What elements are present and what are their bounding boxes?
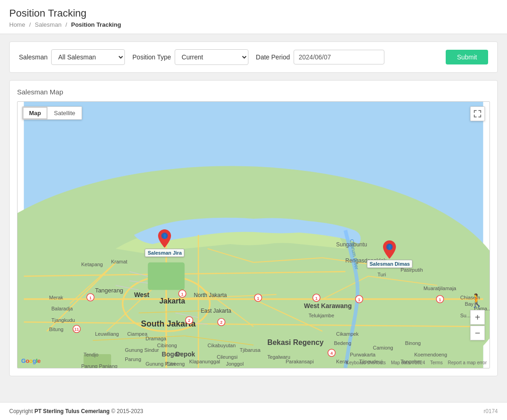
svg-text:11: 11 xyxy=(74,327,79,332)
footer-copyright: Copyright PT Sterling Tulus Cemerlang © … xyxy=(9,408,143,414)
svg-text:Klapanunggal: Klapanunggal xyxy=(189,359,220,364)
marker-jira-label: Salesman Jira xyxy=(145,249,184,257)
position-type-select[interactable]: Current History xyxy=(175,49,248,65)
svg-text:Tjibarusa: Tjibarusa xyxy=(240,347,261,353)
map-card: Salesman Map xyxy=(9,80,498,376)
marker-salesman-dimas[interactable]: 👤 Salesman Dimas xyxy=(367,240,413,268)
svg-text:Purwakarta: Purwakarta xyxy=(350,352,376,357)
submit-button[interactable]: Submit xyxy=(446,50,488,64)
svg-text:Dramaga: Dramaga xyxy=(146,336,167,341)
filter-card: Salesman All Salesman Position Type Curr… xyxy=(9,41,498,73)
svg-text:Ciampea: Ciampea xyxy=(127,331,148,337)
position-type-filter-group: Position Type Current History xyxy=(132,49,248,65)
breadcrumb-sep2: / xyxy=(65,21,67,28)
map-attribution: Keyboard shortcuts Map data ©2024 Terms … xyxy=(346,360,487,365)
svg-text:1: 1 xyxy=(439,298,441,302)
svg-text:Bedeng: Bedeng xyxy=(334,340,351,346)
zoom-controls: + − xyxy=(470,310,485,340)
svg-text:West Karawang: West Karawang xyxy=(304,302,352,309)
svg-text:4: 4 xyxy=(330,351,333,356)
fullscreen-button[interactable] xyxy=(470,106,485,121)
svg-text:Cikampek: Cikampek xyxy=(336,331,359,337)
svg-text:1: 1 xyxy=(181,292,183,297)
breadcrumb-sep1: / xyxy=(29,21,31,28)
svg-text:Cileungsi: Cileungsi xyxy=(217,354,237,360)
svg-text:Ciseeng: Ciseeng xyxy=(166,361,185,367)
page-title: Position Tracking xyxy=(9,7,498,19)
svg-text:👤: 👤 xyxy=(162,233,168,239)
date-period-filter-group: Date Period xyxy=(256,50,384,64)
svg-text:👤: 👤 xyxy=(387,245,393,250)
zoom-in-button[interactable]: + xyxy=(470,310,485,325)
svg-rect-22 xyxy=(148,262,185,290)
map-data-credit: Map data ©2024 xyxy=(391,360,425,365)
header-area: Position Tracking Home / Salesman / Posi… xyxy=(0,0,507,34)
marker-salesman-jira[interactable]: 👤 Salesman Jira xyxy=(145,229,184,257)
year-range: © 2015-2023 xyxy=(111,408,143,414)
svg-text:Leuwiliang: Leuwiliang xyxy=(95,331,119,337)
svg-text:Merak: Merak xyxy=(49,295,64,300)
svg-text:Gunung Sindur: Gunung Sindur xyxy=(125,347,159,353)
svg-text:Muaratjilamaja: Muaratjilamaja xyxy=(424,286,457,291)
google-logo: Google xyxy=(21,357,41,364)
svg-text:1: 1 xyxy=(315,296,318,301)
report-map-error-link[interactable]: Report a map error xyxy=(448,360,487,365)
svg-text:Parung: Parung xyxy=(125,356,141,362)
map-container: Ketapang Kramat Merak Balaradja Tjangkud… xyxy=(17,101,490,368)
svg-text:Koemendoeng: Koemendoeng xyxy=(414,352,447,357)
map-pin-dimas: 👤 xyxy=(383,240,396,259)
svg-text:Bekasi Regency: Bekasi Regency xyxy=(267,338,324,346)
svg-text:Telukjambe: Telukjambe xyxy=(309,313,334,318)
svg-text:Tendjo: Tendjo xyxy=(83,352,98,357)
salesman-label: Salesman xyxy=(19,53,47,61)
svg-text:Balaradja: Balaradja xyxy=(52,306,73,311)
svg-text:Bitung: Bitung xyxy=(49,327,64,332)
svg-text:Cibinong: Cibinong xyxy=(157,343,177,348)
svg-text:Jakarta: Jakarta xyxy=(159,297,185,305)
svg-text:2: 2 xyxy=(188,318,190,323)
fullscreen-icon xyxy=(474,110,481,117)
svg-text:Bogor: Bogor xyxy=(162,350,181,358)
map-background: Ketapang Kramat Merak Balaradja Tjangkud… xyxy=(18,102,489,368)
marker-dimas-label: Salesman Dimas xyxy=(367,260,413,268)
breadcrumb-home[interactable]: Home xyxy=(9,21,25,28)
svg-text:1: 1 xyxy=(89,296,92,300)
company-name: PT Sterling Tulus Cemerlang xyxy=(35,408,110,414)
svg-text:East Jakarta: East Jakarta xyxy=(200,308,231,314)
zoom-out-button[interactable]: − xyxy=(470,326,485,340)
position-type-label: Position Type xyxy=(132,53,171,61)
keyboard-shortcuts[interactable]: Keyboard shortcuts xyxy=(346,360,386,365)
svg-text:Tjangkudu: Tjangkudu xyxy=(52,317,75,323)
svg-text:1: 1 xyxy=(257,296,259,301)
satellite-view-button[interactable]: Satellite xyxy=(47,107,82,119)
svg-text:Turi: Turi xyxy=(377,272,386,277)
page-wrapper: Position Tracking Home / Salesman / Posi… xyxy=(0,0,507,420)
svg-text:West: West xyxy=(134,291,149,298)
map-toggle: Map Satellite xyxy=(22,106,82,120)
salesman-filter-group: Salesman All Salesman xyxy=(19,49,125,65)
svg-text:2: 2 xyxy=(220,320,223,325)
svg-text:Cikabuyutan: Cikabuyutan xyxy=(207,343,236,348)
svg-text:Tangerang: Tangerang xyxy=(95,287,123,294)
breadcrumb-current: Position Tracking xyxy=(71,21,121,28)
svg-text:Jonggol: Jonggol xyxy=(226,361,243,367)
svg-text:Camiong: Camiong xyxy=(373,345,393,350)
copyright-text: Copyright xyxy=(9,408,33,414)
salesman-select[interactable]: All Salesman xyxy=(51,49,125,65)
svg-text:Parung Panjang: Parung Panjang xyxy=(81,363,118,368)
date-period-input[interactable] xyxy=(294,50,384,64)
svg-text:Parakansapi: Parakansapi xyxy=(286,359,314,364)
map-card-title: Salesman Map xyxy=(17,88,490,96)
streetview-button[interactable]: 🚶 xyxy=(469,293,485,308)
breadcrumb-parent[interactable]: Salesman xyxy=(35,21,62,28)
date-period-label: Date Period xyxy=(256,53,290,61)
svg-text:1: 1 xyxy=(358,298,360,302)
svg-text:Ketapang: Ketapang xyxy=(81,262,103,267)
svg-text:Su...: Su... xyxy=(460,313,471,318)
svg-text:North Jakarta: North Jakarta xyxy=(194,292,227,298)
map-view-button[interactable]: Map xyxy=(23,107,47,119)
terms-link[interactable]: Terms xyxy=(430,360,442,365)
map-pin-jira: 👤 xyxy=(158,229,171,248)
svg-text:Binong: Binong xyxy=(405,340,421,346)
footer: Copyright PT Sterling Tulus Cemerlang © … xyxy=(0,402,507,420)
